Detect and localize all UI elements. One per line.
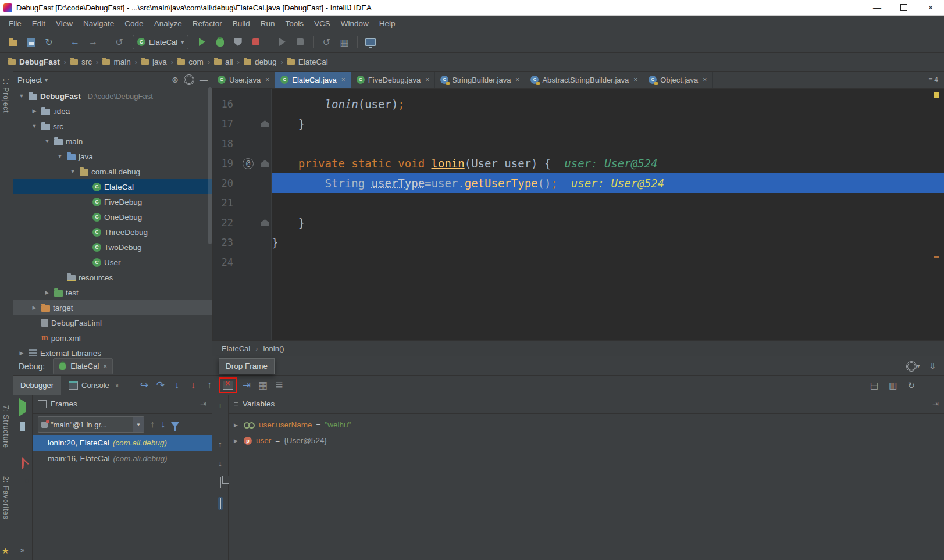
menu-item-help[interactable]: Help [374,19,401,28]
close-tab-icon[interactable]: × [341,76,345,84]
screen-share-button[interactable] [364,35,377,49]
step-into-button[interactable]: ↓ [169,378,185,393]
debug-settings-gear-icon[interactable]: ▾ [906,361,920,371]
editor-line[interactable]: 22} [212,213,944,233]
editor-tab-stringbuilder-java[interactable]: CStringBuilder.java× [435,71,525,88]
menu-item-file[interactable]: File [3,19,27,28]
tree-item-pom-xml[interactable]: mpom.xml [13,330,212,345]
editor-line[interactable]: 18 [212,134,944,154]
tree-item-external-libraries[interactable]: ▶External Libraries [13,345,212,356]
debug-session-tab[interactable]: ElateCal × [53,358,113,374]
breadcrumb-item[interactable]: ali [214,58,233,66]
more-actions-chevrons[interactable]: » [20,545,24,554]
locate-file-icon[interactable]: ⊕ [172,75,179,84]
tree-item-twodebug[interactable]: CTwoDebug [13,240,212,255]
expander-icon[interactable]: ▶ [17,350,26,356]
menu-item-window[interactable]: Window [336,19,374,28]
variables-pin-icon[interactable]: ⇥ [932,400,939,408]
back-button[interactable]: ← [68,35,82,49]
run-config-selector[interactable]: C ElateCal ▾ [133,35,188,49]
close-button[interactable]: × [917,0,944,15]
copy-stack-button[interactable] [220,478,221,487]
restore-layout-icon[interactable]: ▥ [889,380,897,391]
frames-pin-icon[interactable]: ⇥ [200,400,206,408]
expander-icon[interactable]: ▼ [56,154,64,159]
expander-icon[interactable]: ▼ [69,169,77,174]
editor-tab-object-java[interactable]: CObject.java× [643,71,713,88]
tree-item-debugfast[interactable]: ▼DebugFastD:\code\DebugFast [13,88,212,104]
editor-line[interactable]: 16lonin(user); [212,94,944,114]
close-tab-icon[interactable]: × [703,76,707,84]
editor-tab-elatecal-java[interactable]: CElateCal.java× [275,71,351,88]
mute-breakpoints-button[interactable] [22,458,24,469]
breadcrumb-item[interactable]: ElateCal [287,58,328,66]
frame-up-button[interactable]: ↑ [150,419,155,430]
tree-item-resources[interactable]: resources [13,270,212,285]
minimize-button[interactable]: — [864,0,890,15]
step-over-button[interactable]: ↷ [152,378,169,393]
tree-item-java[interactable]: ▼java [13,149,212,164]
open-button[interactable] [6,35,20,49]
drop-frame-button[interactable] [223,381,233,390]
hide-panel-icon[interactable]: — [200,75,208,84]
toolwindow-button-structure[interactable]: 7: Structure [2,405,10,448]
tree-item-debugfast-iml[interactable]: DebugFast.iml [13,315,212,330]
stop-button[interactable] [249,35,263,49]
remove-watch-button[interactable]: — [216,420,225,430]
expander-icon[interactable]: ▶ [43,290,51,295]
project-scrollbar[interactable] [208,87,212,244]
expander-icon[interactable]: ▼ [17,93,26,99]
stack-frame[interactable]: main:16, ElateCal(com.ali.debug) [33,451,212,466]
rerun-button[interactable] [19,402,26,413]
tree-item-elatecal[interactable]: CElateCal [13,179,212,194]
close-tab-icon[interactable]: × [425,76,429,84]
hide-debug-window-icon[interactable]: ⇩ [929,361,936,370]
editor-line[interactable]: 24 [212,252,944,272]
breadcrumb-item[interactable]: DebugFast [8,58,60,66]
tree-item-user[interactable]: CUser [13,255,212,270]
editor-tab-abstractstringbuilder-java[interactable]: CAbstractStringBuilder.java× [525,71,643,88]
tab-debugger[interactable]: Debugger [13,376,61,395]
tree-item--idea[interactable]: ▶.idea [13,104,212,119]
expander-icon[interactable]: ▶ [234,422,240,428]
menu-item-analyze[interactable]: Analyze [149,19,187,28]
add-watch-button[interactable]: + [218,401,222,411]
editor-line[interactable]: 23} [212,233,944,252]
stack-frame[interactable]: lonin:20, ElateCal(com.ali.debug) [33,435,212,451]
tree-item-src[interactable]: ▼src [13,119,212,134]
editor-breadcrumb-item[interactable]: lonin() [263,344,284,353]
run-to-cursor-button[interactable]: ⇥ [238,378,255,393]
run-button[interactable] [195,35,209,49]
editor-line[interactable]: 19@private static void lonin(User user) … [212,154,944,173]
move-up-button[interactable]: ↑ [218,440,222,449]
gutter-arrow-icon[interactable] [261,120,269,127]
expander-icon[interactable]: ▼ [43,138,51,144]
editor[interactable]: 16lonin(user);17}1819@private static voi… [212,88,944,340]
move-down-button[interactable]: ↓ [218,459,222,468]
step-out-button[interactable]: ↑ [201,378,218,393]
gutter-arrow-icon[interactable] [261,160,269,167]
annotation-gutter-icon[interactable]: @ [243,158,254,169]
editor-line[interactable]: 21 [212,193,944,213]
breadcrumb-item[interactable]: java [141,58,167,66]
tree-item-target[interactable]: ▶target [13,300,212,315]
error-stripe-mark-orange[interactable] [934,256,939,258]
menu-item-edit[interactable]: Edit [27,19,51,28]
tree-item-fivedebug[interactable]: CFiveDebug [13,194,212,209]
menu-item-code[interactable]: Code [119,19,148,28]
hide-library-frames-icon[interactable] [171,422,179,427]
tree-item-test[interactable]: ▶test [13,285,212,300]
variable-row[interactable]: ▶user.userName = "weihu" [229,417,944,433]
thread-dropdown-button[interactable]: ▾ [133,417,144,432]
menu-item-vcs[interactable]: VCS [309,19,336,28]
close-session-icon[interactable]: × [103,362,107,370]
forward-button[interactable]: → [86,35,100,49]
close-tab-icon[interactable]: × [515,76,519,84]
tree-item-threedebug[interactable]: CThreeDebug [13,224,212,240]
expander-icon[interactable]: ▼ [30,123,38,129]
toolwindow-button-favorites[interactable]: 2: Favorites [2,476,10,520]
expander-icon[interactable]: ▶ [234,438,240,444]
variable-row[interactable]: ▶puser = {User@524} [229,433,944,448]
menu-item-navigate[interactable]: Navigate [78,19,119,28]
close-tab-icon[interactable]: × [633,76,637,84]
